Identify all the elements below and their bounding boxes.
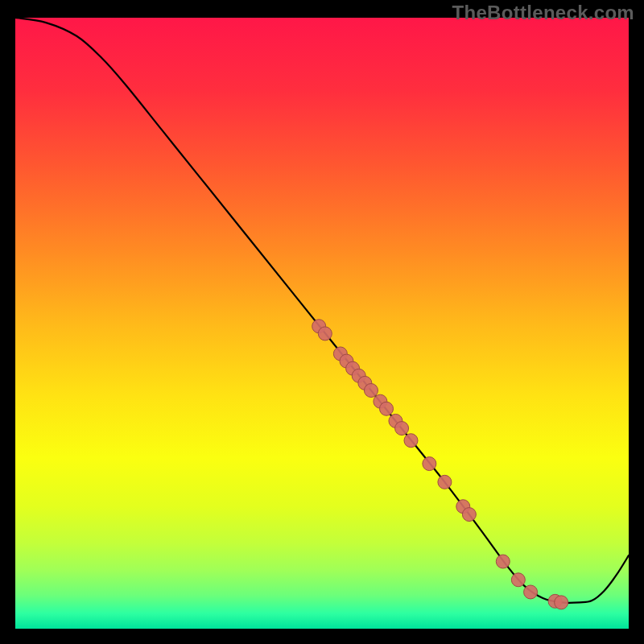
- chart-container: { "watermark": "TheBottleneck.com", "plo…: [0, 0, 644, 644]
- data-point: [511, 573, 525, 587]
- data-point: [404, 434, 418, 448]
- bottleneck-chart: [0, 0, 644, 644]
- data-point: [496, 555, 510, 568]
- data-point: [438, 475, 452, 489]
- data-point: [395, 422, 409, 436]
- data-point: [524, 585, 538, 599]
- data-point: [318, 327, 332, 341]
- data-point: [462, 508, 476, 522]
- data-point: [423, 457, 436, 471]
- data-point: [555, 596, 568, 609]
- data-point: [380, 402, 394, 415]
- watermark-text: TheBottleneck.com: [452, 2, 634, 24]
- data-point: [364, 383, 378, 397]
